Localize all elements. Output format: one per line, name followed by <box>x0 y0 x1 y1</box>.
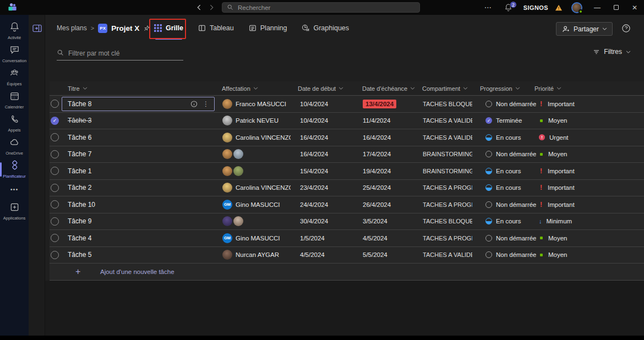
sidebar-item-conversation[interactable]: Conversation <box>0 42 29 65</box>
tab-planning[interactable]: Planning <box>249 15 287 41</box>
task-progress[interactable]: Non démarrée <box>485 230 536 246</box>
share-button[interactable]: Partager <box>556 22 613 36</box>
column-header-7[interactable]: Priorité <box>534 81 561 95</box>
task-progress[interactable]: Non démarrée <box>485 146 536 163</box>
sidebar-item-onedrive[interactable]: OneDrive <box>0 135 29 158</box>
info-icon[interactable] <box>190 100 198 107</box>
task-progress[interactable]: ✓Terminée <box>485 113 536 129</box>
task-assignees[interactable]: Carolina VINCENZO <box>222 129 291 146</box>
task-priority[interactable]: !Important <box>539 180 575 196</box>
task-priority[interactable]: !Important <box>539 96 575 112</box>
kebab-menu-icon[interactable]: ⋮ <box>203 101 209 107</box>
task-priority[interactable]: !Urgent <box>539 129 569 146</box>
task-progress[interactable]: Non démarrée <box>485 247 536 264</box>
column-header-2[interactable]: Affectation <box>222 81 258 95</box>
task-assignees[interactable]: Carolina VINCENZO <box>222 180 291 196</box>
due-date[interactable]: 3/5/2024 <box>363 213 388 230</box>
task-title[interactable]: Tâche 4 <box>68 230 91 246</box>
task-title[interactable]: Tâche 1 <box>68 163 91 179</box>
start-date[interactable]: 10/4/2024 <box>300 96 328 112</box>
notifications-bell-icon[interactable]: 2 <box>499 3 518 12</box>
bucket-name[interactable]: TACHES BLOQUEE <box>423 96 472 112</box>
table-row[interactable]: ✓Tâche 3Patrick NEVEU10/4/202411/4/2024T… <box>50 113 644 130</box>
task-assignees[interactable] <box>222 163 291 179</box>
task-checkbox[interactable] <box>51 213 59 230</box>
table-row[interactable]: Tâche 115/4/202419/4/2024BRAINSTORMINGEn… <box>50 163 644 180</box>
sidebar-item-appels[interactable]: Appels <box>0 112 29 135</box>
task-checkbox[interactable] <box>51 129 59 146</box>
table-row[interactable]: Tâche 716/4/202417/4/2024BRAINSTORMINGNo… <box>50 146 644 163</box>
sidebar-item-planificateur[interactable]: Planificateur <box>0 158 29 181</box>
titlebar-more-icon[interactable]: ⋯ <box>478 3 499 12</box>
table-row[interactable]: ⋮Tâche 8Franco MASUCCI10/4/202413/4/2024… <box>50 96 644 113</box>
account-name[interactable]: SIGNOS <box>518 4 552 11</box>
column-header-6[interactable]: Progression <box>480 81 520 95</box>
task-assignees[interactable]: GMGino MASUCCI <box>222 196 291 213</box>
task-progress[interactable]: En cours <box>485 213 536 230</box>
task-title[interactable]: Tâche 7 <box>68 146 91 163</box>
tab-grille[interactable]: Grille <box>154 15 183 41</box>
task-checkbox[interactable] <box>51 96 59 112</box>
table-row[interactable]: Tâche 930/4/20243/5/2024TACHES BLOQUEEEn… <box>50 213 644 231</box>
breadcrumb-my-plans[interactable]: Mes plans <box>57 24 87 32</box>
task-checkbox[interactable] <box>51 163 59 179</box>
task-progress[interactable]: Non démarrée <box>485 196 536 213</box>
column-header-3[interactable]: Date de début <box>298 81 343 95</box>
task-title[interactable]: Tâche 8 <box>68 96 91 112</box>
task-progress[interactable]: Non démarrée <box>485 96 536 112</box>
bucket-name[interactable]: TACHES A PROGR <box>423 230 472 246</box>
task-assignees[interactable]: Patrick NEVEU <box>222 113 291 129</box>
close-button[interactable]: ✕ <box>625 0 644 15</box>
bucket-name[interactable]: TACHES A VALIDE <box>423 247 472 264</box>
keyword-filter-input[interactable] <box>68 50 183 57</box>
task-assignees[interactable] <box>222 213 291 230</box>
bucket-name[interactable]: TACHES A PROGR <box>423 196 472 213</box>
task-checkbox[interactable] <box>51 230 59 246</box>
due-date[interactable]: 5/5/2024 <box>363 247 388 264</box>
table-row[interactable]: Tâche 6Carolina VINCENZO16/4/202416/4/20… <box>50 129 644 146</box>
start-date[interactable]: 30/4/2024 <box>300 213 328 230</box>
task-priority[interactable]: Moyen <box>539 146 567 163</box>
due-date[interactable]: 11/4/2024 <box>363 113 390 129</box>
bucket-name[interactable]: BRAINSTORMING <box>423 163 472 179</box>
help-icon[interactable] <box>621 24 631 33</box>
due-date[interactable]: 19/4/2024 <box>363 163 391 179</box>
task-title[interactable]: Tâche 5 <box>68 247 91 264</box>
start-date[interactable]: 1/5/2024 <box>300 230 325 246</box>
table-row[interactable]: Tâche 4GMGino MASUCCI1/5/20244/5/2024TAC… <box>50 230 644 247</box>
maximize-button[interactable] <box>607 0 625 15</box>
sidebar-item-équipes[interactable]: Équipes <box>0 65 29 89</box>
task-title[interactable]: Tâche 3 <box>68 113 91 129</box>
task-title[interactable]: Tâche 9 <box>68 213 91 230</box>
rail-more-icon[interactable]: ••• <box>0 181 29 198</box>
start-date[interactable]: 16/4/2024 <box>300 129 328 146</box>
back-icon[interactable] <box>197 4 201 10</box>
user-avatar[interactable] <box>571 2 582 13</box>
bucket-name[interactable]: TACHES A VALIDE <box>423 113 472 129</box>
task-title[interactable]: Tâche 2 <box>68 180 91 196</box>
bucket-name[interactable]: BRAINSTORMING <box>423 146 472 163</box>
start-date[interactable]: 15/4/2024 <box>300 163 328 179</box>
task-assignees[interactable]: Nurcan AYGAR <box>222 247 291 264</box>
task-checkbox[interactable]: ✓ <box>51 113 59 129</box>
column-header-5[interactable]: Compartiment <box>422 81 468 95</box>
table-row[interactable]: Tâche 2Carolina VINCENZO23/4/202425/4/20… <box>50 180 644 197</box>
task-assignees[interactable]: GMGino MASUCCI <box>222 230 291 246</box>
warning-icon[interactable] <box>552 4 566 11</box>
pin-icon[interactable] <box>143 25 150 32</box>
column-header-1[interactable]: Titre <box>68 81 88 95</box>
sidebar-item-activité[interactable]: Activité <box>0 19 29 42</box>
task-checkbox[interactable] <box>51 247 59 264</box>
task-priority[interactable]: ↓Minimum <box>539 213 572 230</box>
task-title[interactable]: Tâche 6 <box>68 129 91 146</box>
tab-graphiques[interactable]: Graphiques <box>302 15 349 41</box>
task-assignees[interactable]: Franco MASUCCI <box>222 96 291 112</box>
bucket-name[interactable]: TACHES A PROGR <box>423 180 472 196</box>
task-checkbox[interactable] <box>51 180 59 196</box>
sidebar-item-applications[interactable]: Applications <box>0 200 29 223</box>
bucket-name[interactable]: TACHES BLOQUEE <box>423 213 472 230</box>
task-progress[interactable]: En cours <box>485 180 536 196</box>
task-checkbox[interactable] <box>51 146 59 163</box>
task-priority[interactable]: Moyen <box>539 247 567 264</box>
task-priority[interactable]: !Important <box>539 163 575 179</box>
